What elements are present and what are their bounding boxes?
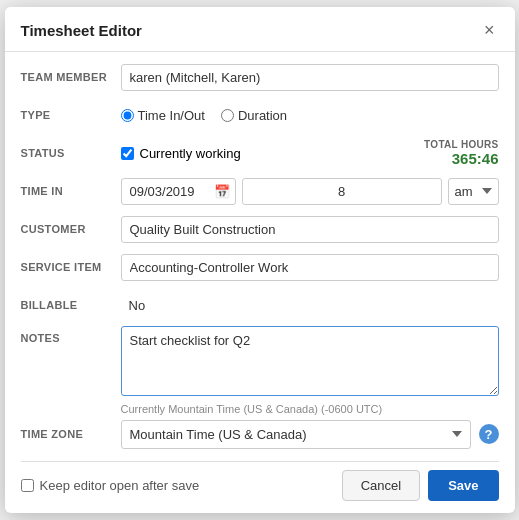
time-in-label: TIME IN <box>21 185 121 197</box>
type-option-duration[interactable]: Duration <box>221 108 287 123</box>
service-item-label: SERVICE ITEM <box>21 261 121 273</box>
billable-row: BILLABLE No <box>21 288 499 322</box>
notes-label: NOTES <box>21 326 121 344</box>
customer-field <box>121 216 499 243</box>
keep-open-checkbox[interactable] <box>21 479 34 492</box>
team-member-row: TEAM MEMBER <box>21 60 499 94</box>
total-hours-label: TOTAL HOURS <box>424 139 498 150</box>
service-item-field <box>121 254 499 281</box>
billable-value: No <box>121 293 499 318</box>
timezone-field: Mountain Time (US & Canada) Eastern Time… <box>121 420 499 449</box>
service-item-input[interactable] <box>121 254 499 281</box>
team-member-label: TEAM MEMBER <box>21 71 121 83</box>
currently-working-checkbox[interactable] <box>121 147 134 160</box>
billable-label: BILLABLE <box>21 299 121 311</box>
team-member-input[interactable] <box>121 64 499 91</box>
status-field: Currently working TOTAL HOURS 365:46 <box>121 139 499 167</box>
footer-buttons: Cancel Save <box>342 470 499 501</box>
notes-textarea[interactable]: Start checklist for Q2 <box>121 326 499 396</box>
timezone-select[interactable]: Mountain Time (US & Canada) Eastern Time… <box>121 420 471 449</box>
timezone-select-wrapper: Mountain Time (US & Canada) Eastern Time… <box>121 420 471 449</box>
ampm-select[interactable]: am pm <box>448 178 499 205</box>
total-hours-value: 365:46 <box>452 150 499 167</box>
timesheet-editor-dialog: Timesheet Editor × TEAM MEMBER TYPE Time… <box>5 7 515 513</box>
currently-working-label: Currently working <box>140 146 241 161</box>
type-label: TYPE <box>21 109 121 121</box>
timezone-controls: Mountain Time (US & Canada) Eastern Time… <box>121 420 499 449</box>
dialog-header: Timesheet Editor × <box>5 7 515 52</box>
date-input[interactable] <box>121 178 236 205</box>
footer-row: Keep editor open after save Cancel Save <box>21 470 499 501</box>
customer-input[interactable] <box>121 216 499 243</box>
time-in-row: TIME IN 📅 am pm <box>21 174 499 208</box>
team-member-field <box>121 64 499 91</box>
notes-field: Start checklist for Q2 <box>121 326 499 399</box>
type-option-timeinout[interactable]: Time In/Out <box>121 108 205 123</box>
footer-divider <box>21 461 499 462</box>
help-icon[interactable]: ? <box>479 424 499 444</box>
type-radio-timeinout[interactable] <box>121 109 134 122</box>
status-row: STATUS Currently working TOTAL HOURS 365… <box>21 136 499 170</box>
close-button[interactable]: × <box>480 19 499 41</box>
type-options: Time In/Out Duration <box>121 108 499 123</box>
timezone-hint: Currently Mountain Time (US & Canada) (-… <box>121 403 499 415</box>
total-hours-box: TOTAL HOURS 365:46 <box>424 139 498 167</box>
dialog-title: Timesheet Editor <box>21 22 142 39</box>
time-hour-input[interactable] <box>242 178 442 205</box>
notes-row: NOTES Start checklist for Q2 <box>21 326 499 399</box>
save-button[interactable]: Save <box>428 470 498 501</box>
time-in-field: 📅 am pm <box>121 178 499 205</box>
timezone-label: TIME ZONE <box>21 428 121 440</box>
status-label: STATUS <box>21 147 121 159</box>
time-in-controls: 📅 am pm <box>121 178 499 205</box>
customer-row: CUSTOMER <box>21 212 499 246</box>
date-wrapper: 📅 <box>121 178 236 205</box>
timezone-row: TIME ZONE Mountain Time (US & Canada) Ea… <box>21 417 499 451</box>
type-row: TYPE Time In/Out Duration <box>21 98 499 132</box>
billable-field: No <box>121 293 499 318</box>
cancel-button[interactable]: Cancel <box>342 470 420 501</box>
type-radio-duration[interactable] <box>221 109 234 122</box>
status-left: Currently working <box>121 146 241 161</box>
keep-open-label[interactable]: Keep editor open after save <box>21 478 200 493</box>
service-item-row: SERVICE ITEM <box>21 250 499 284</box>
customer-label: CUSTOMER <box>21 223 121 235</box>
dialog-body: TEAM MEMBER TYPE Time In/Out Duration ST… <box>5 52 515 513</box>
